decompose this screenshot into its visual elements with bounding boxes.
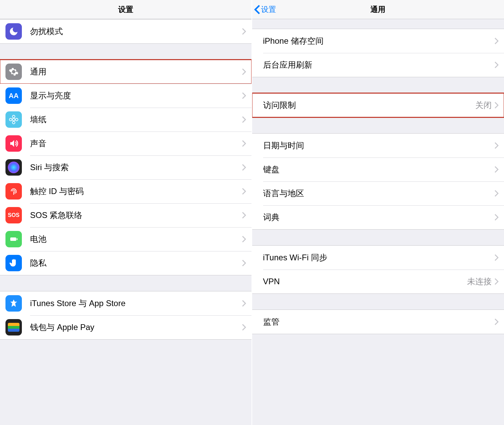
fingerprint-icon — [5, 183, 22, 200]
chevron-right-icon — [494, 190, 499, 197]
row-label: Siri 与搜索 — [30, 162, 242, 173]
row-label: VPN — [263, 277, 467, 286]
chevron-right-icon — [494, 278, 499, 285]
row-vpn[interactable]: VPN 未连接 — [252, 270, 504, 293]
appstore-icon — [5, 295, 22, 312]
row-label: iTunes Store 与 App Store — [30, 298, 242, 309]
svg-point-4 — [15, 118, 18, 121]
row-privacy[interactable]: 隐私 — [0, 251, 251, 275]
row-label: 墙纸 — [30, 114, 242, 125]
general-group-1: 访问限制 关闭 — [252, 93, 504, 118]
row-value: 关闭 — [475, 100, 492, 111]
svg-rect-5 — [10, 237, 16, 241]
svg-point-2 — [12, 121, 15, 124]
settings-group-2: iTunes Store 与 App Store 钱包与 Apple Pay — [0, 291, 251, 340]
general-title: 通用 — [370, 4, 385, 15]
chevron-right-icon — [242, 236, 246, 243]
group-spacer — [252, 230, 504, 245]
row-do-not-disturb[interactable]: 勿扰模式 — [0, 19, 251, 43]
row-date-time[interactable]: 日期与时间 — [252, 134, 504, 157]
row-sos[interactable]: SOS SOS 紧急联络 — [0, 203, 251, 227]
settings-group-0: 勿扰模式 — [0, 19, 251, 44]
moon-icon — [5, 23, 22, 40]
settings-pane: 设置 勿扰模式 通用 AA 显示与亮度 墙 — [0, 0, 252, 425]
flower-icon — [5, 111, 22, 128]
settings-group-1: 通用 AA 显示与亮度 墙纸 声音 Siri 与搜索 — [0, 59, 251, 275]
group-spacer — [252, 118, 504, 133]
row-label: 访问限制 — [263, 100, 476, 111]
row-value: 未连接 — [467, 276, 492, 287]
row-wallet-applepay[interactable]: 钱包与 Apple Pay — [0, 315, 251, 339]
row-language-region[interactable]: 语言与地区 — [252, 181, 504, 205]
general-group-3: iTunes Wi-Fi 同步 VPN 未连接 — [252, 245, 504, 294]
row-label: 电池 — [30, 234, 242, 245]
chevron-right-icon — [242, 212, 246, 219]
row-itunes-wifi-sync[interactable]: iTunes Wi-Fi 同步 — [252, 246, 504, 270]
row-label: SOS 紧急联络 — [30, 210, 242, 221]
chevron-right-icon — [242, 68, 246, 75]
chevron-right-icon — [494, 318, 499, 325]
chevron-right-icon — [242, 116, 246, 123]
chevron-right-icon — [242, 164, 246, 171]
chevron-right-icon — [242, 140, 246, 147]
wallet-icon — [5, 319, 22, 335]
row-dictionary[interactable]: 词典 — [252, 205, 504, 229]
chevron-left-icon — [254, 4, 260, 15]
group-spacer — [0, 275, 251, 291]
chevron-right-icon — [242, 324, 246, 331]
back-button[interactable]: 设置 — [254, 4, 276, 15]
chevron-right-icon — [494, 142, 499, 149]
display-aa-icon: AA — [5, 87, 22, 104]
row-label: 勿扰模式 — [30, 26, 242, 37]
general-group-0: iPhone 储存空间 后台应用刷新 — [252, 29, 504, 77]
gear-icon — [5, 64, 22, 80]
battery-icon — [5, 231, 22, 247]
row-general[interactable]: 通用 — [0, 60, 251, 84]
row-label: 监管 — [263, 316, 495, 327]
speaker-icon — [5, 135, 22, 152]
chevron-right-icon — [242, 28, 246, 35]
row-profiles[interactable]: 监管 — [252, 310, 504, 334]
general-header: 设置 通用 — [252, 0, 504, 19]
group-spacer — [0, 44, 251, 59]
group-spacer — [252, 77, 504, 93]
hand-icon — [5, 255, 22, 271]
row-iphone-storage[interactable]: iPhone 储存空间 — [252, 29, 504, 53]
group-spacer — [252, 19, 504, 29]
row-label: 通用 — [30, 66, 242, 77]
chevron-right-icon — [242, 300, 246, 307]
row-label: 键盘 — [263, 164, 495, 175]
row-label: 显示与亮度 — [30, 90, 242, 101]
row-touchid-passcode[interactable]: 触控 ID 与密码 — [0, 179, 251, 203]
row-siri-search[interactable]: Siri 与搜索 — [0, 155, 251, 179]
svg-point-0 — [12, 118, 15, 121]
row-label: iPhone 储存空间 — [263, 36, 495, 46]
general-group-2: 日期与时间 键盘 语言与地区 词典 — [252, 133, 504, 230]
settings-header: 设置 — [0, 0, 251, 19]
svg-point-3 — [10, 118, 12, 121]
back-label: 设置 — [261, 4, 276, 15]
row-sounds[interactable]: 声音 — [0, 132, 251, 155]
row-label: 触控 ID 与密码 — [30, 186, 242, 197]
row-label: 后台应用刷新 — [263, 59, 495, 70]
svg-point-1 — [12, 115, 15, 118]
row-label: 语言与地区 — [263, 188, 495, 199]
chevron-right-icon — [242, 260, 246, 266]
chevron-right-icon — [494, 61, 499, 68]
row-restrictions[interactable]: 访问限制 关闭 — [252, 93, 504, 117]
settings-title: 设置 — [118, 4, 133, 15]
row-battery[interactable]: 电池 — [0, 227, 251, 251]
chevron-right-icon — [494, 214, 499, 221]
siri-icon — [5, 159, 22, 176]
row-background-app-refresh[interactable]: 后台应用刷新 — [252, 53, 504, 77]
svg-rect-6 — [17, 238, 18, 240]
row-keyboard[interactable]: 键盘 — [252, 157, 504, 181]
row-label: 隐私 — [30, 258, 242, 269]
row-itunes-appstore[interactable]: iTunes Store 与 App Store — [0, 291, 251, 315]
row-label: 日期与时间 — [263, 140, 495, 151]
row-label: 词典 — [263, 212, 495, 223]
group-spacer — [252, 294, 504, 310]
chevron-right-icon — [494, 166, 499, 173]
row-wallpaper[interactable]: 墙纸 — [0, 108, 251, 132]
row-display-brightness[interactable]: AA 显示与亮度 — [0, 84, 251, 108]
